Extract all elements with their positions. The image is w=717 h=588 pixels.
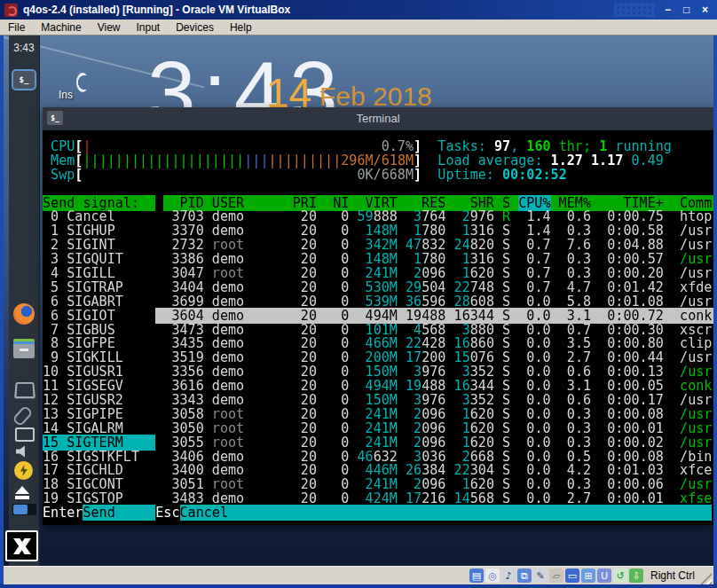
hard-disks-icon[interactable]: ▤ [469,568,484,583]
terminal-launcher[interactable]: $_ [12,69,36,90]
display-icon[interactable]: ▭ [565,568,579,583]
window-titlebar[interactable]: q4os-2.4 (installed) [Running] - Oracle … [0,0,717,20]
firefox-icon[interactable] [13,303,35,325]
desktop-icon-label: Ins [59,89,73,101]
menu-devices[interactable]: Devices [168,20,222,35]
htop-screen: CPU[| 0.7%] Tasks: 97, 160 thr; 1 runnin… [43,130,713,525]
menu-input[interactable]: Input [129,20,169,35]
function-bar: EnterSend EscCancel [43,506,713,521]
network-icon[interactable]: ⧉ [517,568,532,583]
volume-icon[interactable] [16,445,30,458]
display-icon[interactable] [15,427,35,442]
menu-file[interactable]: File [0,20,33,35]
resize-grip[interactable] [700,573,712,584]
uptime-label: Uptime: [437,167,502,183]
swp-meter-label: Swp [51,167,75,183]
titlebar-pattern [614,3,655,17]
uptime-value: 00:02:52 [502,167,567,183]
panel-clock: 3:43 [9,42,39,54]
workspace-pager[interactable] [12,504,36,515]
paperclip-icon[interactable] [12,404,33,427]
menu-machine[interactable]: Machine [33,20,89,35]
window-frame-right [713,35,717,584]
virtualbox-app-icon [4,4,18,17]
mouse-integration-icon[interactable]: ↺ [613,568,627,583]
usb-icon[interactable]: ✎ [533,568,548,583]
fbar-action-send[interactable]: Send [83,505,155,521]
shared-folders-icon[interactable]: ▱ [549,568,563,583]
virtualbox-window: q4os-2.4 (installed) [Running] - Oracle … [0,0,717,588]
terminal-icon: $_ [47,111,63,125]
terminal-glyph: $_ [20,75,29,84]
window-controls: − □ × [660,4,713,17]
keyboard-icon[interactable]: ⇩ [629,568,643,583]
dock-panel: 3:43 $_ [9,35,40,566]
terminal-titlebar[interactable]: $_ Terminal [43,107,713,130]
x11-logo-icon[interactable] [5,530,38,561]
terminal-window: $_ Terminal CPU[| 0.7%] Tasks: 97, 160 t… [43,107,713,525]
swp-meter-value: 0K/668M [357,167,414,183]
terminal-title: Terminal [356,112,399,125]
audio-icon[interactable]: ♪ [501,568,516,583]
maximize-button[interactable]: □ [679,4,694,17]
close-button[interactable]: × [697,4,713,17]
vm-screen: 3:43 14 Feb 2018 Ins 3:43 $_ [4,35,713,566]
optical-drives-icon[interactable]: ◎ [485,568,500,583]
minimize-button[interactable]: − [660,4,675,17]
swp-meter: Swp[ 0K/668M] Uptime: 00:02:52 [43,169,713,183]
window-title: q4os-2.4 (installed) [Running] - Oracle … [23,4,614,16]
package-icon[interactable] [14,382,35,398]
moon-icon [76,73,89,92]
power-icon[interactable] [14,461,33,480]
menu-view[interactable]: View [90,20,129,35]
fbar-key-enter[interactable]: Enter [43,505,83,521]
file-manager-icon[interactable] [13,339,35,358]
window-frame-left [0,35,4,584]
virtual-screens-icon[interactable]: ⊞ [581,568,595,583]
menubar: FileMachineViewInputDevicesHelp [0,20,717,35]
features-icon[interactable]: U [597,568,611,583]
fbar-action-cancel[interactable]: Cancel [180,505,713,521]
host-statusbar: ▤◎♪⧉✎▱▭⊞U↺⇩ Right Ctrl [4,566,713,584]
statusbar-icons: ▤◎♪⧉✎▱▭⊞U↺⇩ [469,568,643,583]
menu-help[interactable]: Help [222,20,260,35]
fbar-key-esc[interactable]: Esc [155,505,179,521]
host-key-label: Right Ctrl [650,569,695,582]
